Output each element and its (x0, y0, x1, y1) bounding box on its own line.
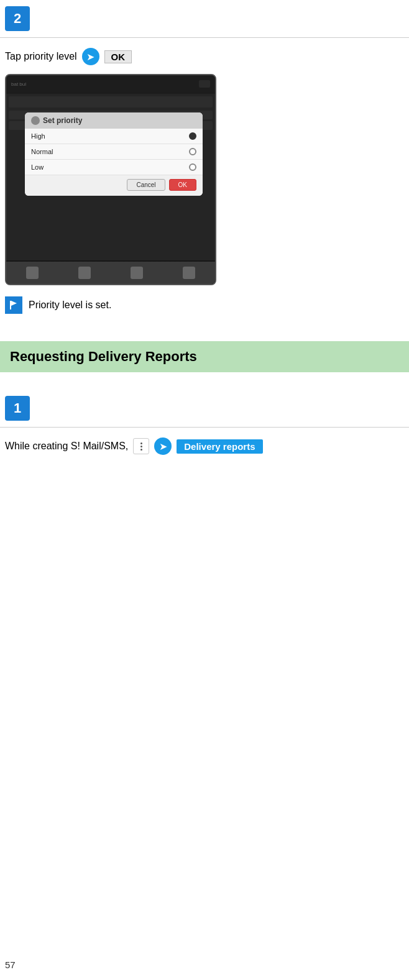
step2-instruction-prefix: Tap priority level (5, 51, 77, 62)
phone-screen: bat bul Set priority High (6, 75, 215, 284)
step1-instruction-prefix: While creating S! Mail/SMS, (5, 441, 128, 452)
spacer-2 (0, 372, 409, 385)
menu-dot-1 (140, 442, 142, 444)
phone-screenshot-container: bat bul Set priority High (5, 74, 404, 285)
menu-icon-box (133, 438, 149, 454)
page-number: 57 (5, 959, 16, 970)
step2-instruction-row: Tap priority level ➤ OK (0, 42, 409, 69)
spacer-1 (0, 319, 409, 331)
step-2-badge: 2 (5, 6, 30, 31)
svg-marker-1 (11, 301, 17, 306)
bottom-icon-3 (131, 267, 143, 279)
step-1-badge: 1 (5, 396, 30, 421)
result-text: Priority level is set. (29, 300, 111, 311)
phone-bottom-bar (6, 262, 215, 284)
menu-dot-3 (140, 449, 142, 451)
dialog-buttons: Cancel OK (25, 175, 203, 196)
spacer-3 (0, 385, 409, 391)
flag-svg (8, 300, 19, 311)
gear-icon (31, 116, 40, 125)
svg-rect-0 (10, 301, 11, 309)
option-high: High (25, 129, 203, 144)
bottom-icon-4 (183, 267, 195, 279)
ok-badge: OK (104, 50, 132, 63)
divider-top (0, 37, 409, 38)
menu-dot-2 (140, 446, 142, 447)
result-row: Priority level is set. (0, 291, 409, 319)
cancel-button[interactable]: Cancel (127, 179, 165, 191)
section-header-text: Requesting Delivery Reports (10, 349, 197, 364)
ok-button[interactable]: OK (169, 179, 196, 191)
step1-instruction-row: While creating S! Mail/SMS, ➤ Delivery r… (0, 431, 409, 459)
menu-icon (135, 440, 147, 452)
phone-screenshot: bat bul Set priority High (5, 74, 216, 285)
radio-normal (189, 148, 196, 155)
delivery-reports-badge: Delivery reports (177, 439, 262, 454)
radio-low (189, 163, 196, 171)
section-header: Requesting Delivery Reports (0, 341, 409, 372)
radio-high (189, 132, 196, 140)
bottom-icon-2 (78, 267, 91, 279)
arrow-icon: ➤ (82, 48, 99, 65)
option-normal: Normal (25, 144, 203, 160)
priority-dialog: Set priority High Normal Low Cancel OK (25, 112, 203, 196)
bottom-icon-1 (26, 267, 39, 279)
option-low: Low (25, 160, 203, 175)
arrow-icon-2: ➤ (154, 437, 172, 455)
divider-step1 (0, 427, 409, 428)
dialog-title: Set priority (25, 112, 203, 129)
flag-icon (5, 296, 22, 314)
